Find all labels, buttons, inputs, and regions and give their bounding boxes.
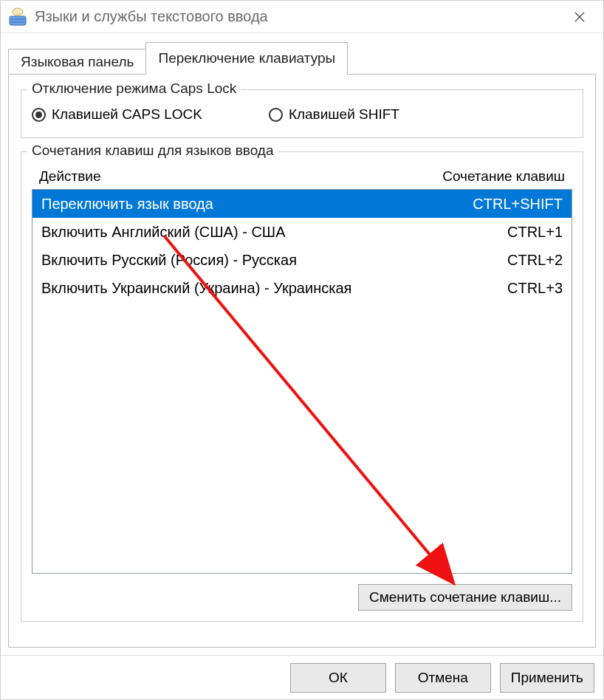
- radio-dot-icon: [269, 108, 283, 122]
- list-headers: Действие Сочетание клавиш: [32, 164, 572, 189]
- list-row[interactable]: Переключить язык ввода CTRL+SHIFT: [32, 190, 572, 218]
- radio-label: Клавишей CAPS LOCK: [52, 106, 202, 123]
- cell-action: Переключить язык ввода: [41, 193, 445, 215]
- hotkeys-group: Сочетания клавиш для языков ввода Действ…: [21, 151, 583, 622]
- change-button-row: Сменить сочетание клавиш...: [32, 574, 572, 611]
- svg-rect-1: [10, 16, 26, 25]
- ok-button[interactable]: ОК: [290, 663, 386, 693]
- radio-shift-key[interactable]: Клавишей SHIFT: [269, 106, 399, 123]
- tab-keyboard-switch[interactable]: Переключение клавиатуры: [145, 42, 348, 75]
- cell-shortcut: CTRL+1: [445, 221, 563, 243]
- group-title: Отключение режима Caps Lock: [27, 80, 241, 97]
- cell-action: Включить Русский (Россия) - Русская: [41, 249, 445, 271]
- radio-row: Клавишей CAPS LOCK Клавишей SHIFT: [32, 102, 572, 127]
- tab-label: Языковая панель: [21, 54, 134, 69]
- cell-action: Включить Украинский (Украина) - Украинск…: [41, 277, 445, 299]
- tab-strip: Языковая панель Переключение клавиатуры: [8, 44, 596, 75]
- group-title: Сочетания клавиш для языков ввода: [27, 143, 278, 159]
- content-area: Языковая панель Переключение клавиатуры …: [1, 33, 603, 655]
- hotkey-list[interactable]: Переключить язык ввода CTRL+SHIFT Включи…: [32, 189, 572, 574]
- list-row[interactable]: Включить Английский (США) - США CTRL+1: [32, 218, 572, 246]
- header-shortcut: Сочетание клавиш: [402, 168, 565, 185]
- radio-capslock-key[interactable]: Клавишей CAPS LOCK: [32, 106, 202, 123]
- close-button[interactable]: [563, 1, 596, 33]
- svg-point-0: [13, 8, 23, 16]
- capslock-group: Отключение режима Caps Lock Клавишей CAP…: [21, 89, 583, 138]
- apply-button[interactable]: Применить: [500, 663, 594, 693]
- keyboard-icon: [8, 7, 27, 27]
- window-title: Языки и службы текстового ввода: [35, 8, 563, 25]
- cell-action: Включить Английский (США) - США: [41, 221, 445, 243]
- list-row[interactable]: Включить Украинский (Украина) - Украинск…: [32, 274, 572, 302]
- dialog-window: Языки и службы текстового ввода Языковая…: [0, 0, 604, 700]
- tab-language-bar[interactable]: Языковая панель: [8, 49, 146, 75]
- cancel-button[interactable]: Отмена: [395, 663, 491, 693]
- dialog-button-bar: ОК Отмена Применить: [1, 655, 603, 699]
- cell-shortcut: CTRL+2: [445, 249, 563, 271]
- cell-shortcut: CTRL+3: [445, 277, 563, 299]
- tab-label: Переключение клавиатуры: [158, 50, 335, 66]
- cell-shortcut: CTRL+SHIFT: [445, 193, 563, 215]
- radio-dot-icon: [32, 108, 46, 122]
- titlebar: Языки и службы текстового ввода: [1, 1, 603, 33]
- change-hotkey-button[interactable]: Сменить сочетание клавиш...: [358, 584, 572, 611]
- header-action: Действие: [39, 168, 402, 185]
- list-row[interactable]: Включить Русский (Россия) - Русская CTRL…: [32, 246, 572, 274]
- radio-label: Клавишей SHIFT: [289, 106, 399, 123]
- tab-page: Отключение режима Caps Lock Клавишей CAP…: [8, 75, 596, 648]
